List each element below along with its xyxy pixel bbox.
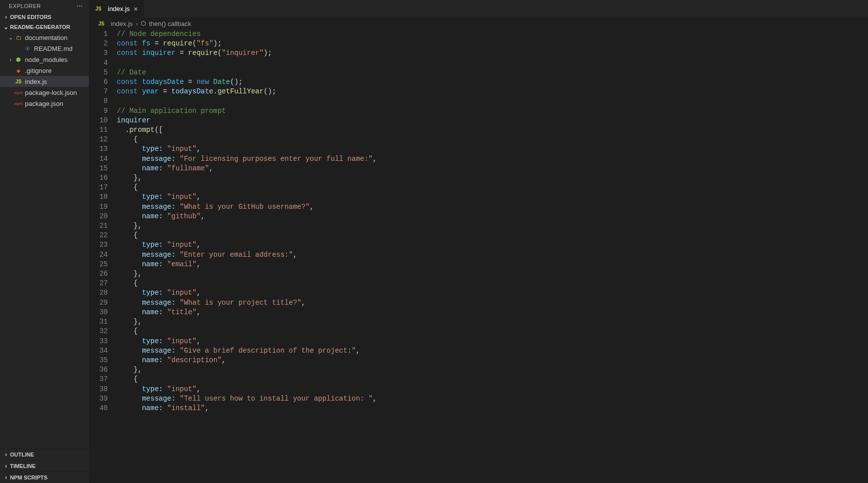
code-line[interactable]: 37 { [89,375,868,384]
code-content[interactable]: type: "input", [117,144,201,154]
code-content[interactable]: name: "install", [117,404,209,413]
open-editors-section[interactable]: › OPEN EDITORS [0,12,89,22]
timeline-section[interactable]: › TIMELINE [0,460,89,472]
code-content[interactable]: { [117,375,138,384]
code-line[interactable]: 26 }, [89,269,868,279]
code-line[interactable]: 1// Node dependencies [89,29,868,39]
line-number: 29 [89,298,117,308]
file-tree-item[interactable]: ⌄🗀documentation [0,32,89,43]
code-content[interactable]: message: "What is your project title?", [117,298,305,308]
code-content[interactable]: message: "What is your GitHub username?"… [117,202,314,212]
file-tree-item[interactable]: npmpackage-lock.json [0,87,89,98]
breadcrumbs[interactable]: JS index.js › ⬡ then() callback [89,17,868,29]
file-tree-item[interactable]: npmpackage.json [0,98,89,109]
code-line[interactable]: 14 message: "For licensing purposes ente… [89,154,868,164]
code-content[interactable]: // Node dependencies [117,29,201,39]
outline-section[interactable]: › OUTLINE [0,449,89,460]
code-line[interactable]: 7const year = todaysDate.getFullYear(); [89,87,868,96]
code-line[interactable]: 35 name: "description", [89,356,868,365]
code-content[interactable]: const fs = require("fs"); [117,39,222,48]
code-line[interactable]: 25 name: "email", [89,260,868,269]
code-content[interactable]: { [117,279,138,288]
code-line[interactable]: 22 { [89,231,868,240]
code-line[interactable]: 27 { [89,279,868,288]
code-content[interactable]: { [117,231,138,240]
code-content[interactable]: }, [117,317,142,327]
code-line[interactable]: 10inquirer [89,116,868,125]
code-content[interactable]: // Main application prompt [117,106,226,116]
code-line[interactable]: 20 name: "github", [89,212,868,221]
code-content[interactable]: type: "input", [117,385,201,394]
code-line[interactable]: 31 }, [89,317,868,327]
tab-index-js[interactable]: JS index.js × [89,0,144,17]
code-line[interactable]: 16 }, [89,173,868,183]
code-line[interactable]: 30 name: "title", [89,308,868,317]
more-actions-icon[interactable]: ··· [77,3,83,9]
code-line[interactable]: 33 type: "input", [89,337,868,346]
code-line[interactable]: 8 [89,96,868,106]
code-line[interactable]: 34 message: "Give a brief description of… [89,346,868,356]
code-line[interactable]: 13 type: "input", [89,144,868,154]
code-line[interactable]: 21 }, [89,221,868,231]
breadcrumb-symbol[interactable]: then() callback [149,20,191,27]
code-content[interactable]: const year = todaysDate.getFullYear(); [117,87,276,96]
code-line[interactable]: 23 type: "input", [89,240,868,250]
code-content[interactable]: message: "Tell users how to install your… [117,394,377,404]
npm-scripts-section[interactable]: › NPM SCRIPTS [0,472,89,483]
code-line[interactable]: 29 message: "What is your project title?… [89,298,868,308]
code-editor[interactable]: 1// Node dependencies2const fs = require… [89,29,868,483]
code-line[interactable]: 15 name: "fullname", [89,164,868,173]
code-line[interactable]: 4 [89,58,868,68]
code-line[interactable]: 32 { [89,327,868,336]
code-line[interactable]: 11 .prompt([ [89,125,868,135]
code-line[interactable]: 24 message: "Enter your email address:", [89,250,868,260]
code-content[interactable]: name: "description", [117,356,226,365]
file-tree-item[interactable]: 🛈README.md [0,43,89,54]
code-line[interactable]: 3const inquirer = require("inquirer"); [89,48,868,58]
code-content[interactable]: type: "input", [117,288,201,298]
code-content[interactable]: message: "For licensing purposes enter y… [117,154,377,164]
close-icon[interactable]: × [133,5,139,13]
code-line[interactable]: 28 type: "input", [89,288,868,298]
code-line[interactable]: 38 type: "input", [89,385,868,394]
code-line[interactable]: 5// Date [89,68,868,77]
code-content[interactable]: { [117,183,138,192]
code-content[interactable]: // Date [117,68,146,77]
code-line[interactable]: 19 message: "What is your GitHub usernam… [89,202,868,212]
file-tree-item[interactable]: JSindex.js [0,76,89,87]
code-line[interactable]: 6const todaysDate = new Date(); [89,77,868,87]
code-content[interactable]: name: "fullname", [117,164,213,173]
code-content[interactable]: inquirer [117,116,150,125]
code-line[interactable]: 18 type: "input", [89,192,868,202]
project-section[interactable]: ⌄ README-GENERATOR [0,22,89,32]
code-content[interactable]: type: "input", [117,240,201,250]
code-content[interactable]: message: "Enter your email address:", [117,250,297,260]
file-tree-item[interactable]: ›⬢node_modules [0,54,89,65]
code-line[interactable]: 17 { [89,183,868,192]
code-line[interactable]: 39 message: "Tell users how to install y… [89,394,868,404]
code-content[interactable]: type: "input", [117,192,201,202]
code-line[interactable]: 2const fs = require("fs"); [89,39,868,48]
code-content[interactable]: const todaysDate = new Date(); [117,77,243,87]
breadcrumb-file[interactable]: index.js [111,20,133,27]
file-tree-item[interactable]: ◆.gitignore [0,65,89,76]
code-content[interactable]: }, [117,173,142,183]
code-content[interactable]: .prompt([ [117,125,163,135]
code-line[interactable]: 12 { [89,135,868,144]
code-content[interactable]: name: "github", [117,212,205,221]
code-content[interactable]: message: "Give a brief description of th… [117,346,360,356]
code-content[interactable]: }, [117,269,142,279]
code-content[interactable]: name: "title", [117,308,201,317]
code-line[interactable]: 36 }, [89,365,868,375]
code-line[interactable]: 40 name: "install", [89,404,868,413]
code-content[interactable] [117,58,121,68]
code-content[interactable]: { [117,327,138,336]
code-content[interactable]: { [117,135,138,144]
code-content[interactable]: }, [117,221,142,231]
code-content[interactable]: const inquirer = require("inquirer"); [117,48,272,58]
code-line[interactable]: 9// Main application prompt [89,106,868,116]
code-content[interactable]: name: "email", [117,260,201,269]
code-content[interactable]: }, [117,365,142,375]
code-content[interactable]: type: "input", [117,337,201,346]
code-content[interactable] [117,96,121,106]
